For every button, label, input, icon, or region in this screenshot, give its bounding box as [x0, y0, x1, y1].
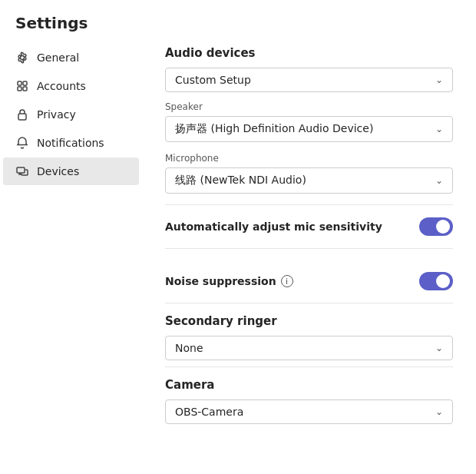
microphone-dropdown[interactable]: 线路 (NewTek NDI Audio) ⌄: [165, 167, 453, 194]
auto-adjust-toggle[interactable]: [419, 217, 453, 236]
svg-rect-3: [18, 87, 21, 91]
svg-rect-6: [17, 167, 25, 173]
audio-devices-dropdown[interactable]: Custom Setup ⌄: [165, 68, 453, 92]
sidebar-item-label-privacy: Privacy: [37, 108, 76, 121]
noise-suppression-toggle[interactable]: [419, 272, 453, 290]
gear-icon: [15, 51, 29, 65]
lock-icon: [15, 108, 29, 121]
svg-rect-1: [18, 81, 21, 85]
sidebar-item-label-devices: Devices: [37, 165, 79, 177]
camera-title: Camera: [165, 378, 453, 392]
secondary-ringer-section: Secondary ringer None ⌄: [165, 314, 453, 360]
main-content: Audio devices Custom Setup ⌄ Speaker 扬声器…: [142, 40, 476, 471]
chevron-down-icon: ⌄: [435, 406, 443, 417]
info-icon[interactable]: i: [281, 275, 293, 287]
secondary-ringer-dropdown[interactable]: None ⌄: [165, 336, 453, 360]
noise-suppression-label: Noise suppression: [165, 275, 276, 287]
microphone-value: 线路 (NewTek NDI Audio): [175, 174, 306, 187]
sidebar-item-label-general: General: [37, 51, 79, 64]
sidebar-item-privacy[interactable]: Privacy: [3, 101, 139, 128]
camera-dropdown[interactable]: OBS-Camera ⌄: [165, 399, 453, 424]
sidebar-item-devices[interactable]: Devices: [3, 157, 139, 185]
camera-value: OBS-Camera: [175, 406, 243, 418]
sidebar: General Accounts Privacy Notifications D: [0, 40, 142, 471]
page-title: Settings: [0, 0, 476, 40]
sidebar-item-general[interactable]: General: [3, 44, 139, 71]
speaker-dropdown[interactable]: 扬声器 (High Definition Audio Device) ⌄: [165, 116, 453, 142]
audio-devices-title: Audio devices: [165, 46, 453, 60]
sidebar-item-notifications[interactable]: Notifications: [3, 129, 139, 157]
svg-point-0: [21, 56, 25, 60]
sidebar-item-label-accounts: Accounts: [37, 80, 86, 92]
chevron-down-icon: ⌄: [435, 75, 443, 85]
audio-devices-value: Custom Setup: [175, 74, 251, 86]
speaker-field-group: Speaker 扬声器 (High Definition Audio Devic…: [165, 101, 453, 142]
devices-icon: [15, 164, 29, 178]
speaker-label: Speaker: [165, 101, 453, 112]
sidebar-item-accounts[interactable]: Accounts: [3, 72, 139, 100]
noise-suppression-row: Noise suppression i: [165, 260, 453, 303]
svg-rect-4: [23, 87, 27, 91]
chevron-down-icon: ⌄: [435, 175, 443, 186]
microphone-field-group: Microphone 线路 (NewTek NDI Audio) ⌄: [165, 153, 453, 194]
auto-adjust-label: Automatically adjust mic sensitivity: [165, 220, 382, 233]
camera-section: Camera OBS-Camera ⌄: [165, 378, 453, 424]
noise-label-wrap: Noise suppression i: [165, 275, 293, 287]
secondary-ringer-value: None: [175, 342, 203, 354]
accounts-icon: [15, 79, 29, 93]
microphone-label: Microphone: [165, 153, 453, 164]
svg-rect-2: [23, 81, 27, 85]
secondary-ringer-title: Secondary ringer: [165, 314, 453, 328]
audio-devices-section: Audio devices Custom Setup ⌄: [165, 46, 453, 92]
auto-adjust-row: Automatically adjust mic sensitivity: [165, 204, 453, 249]
sidebar-item-label-notifications: Notifications: [37, 137, 104, 149]
chevron-down-icon: ⌄: [435, 343, 443, 353]
speaker-value: 扬声器 (High Definition Audio Device): [175, 122, 373, 136]
chevron-down-icon: ⌄: [435, 124, 443, 134]
divider: [165, 366, 453, 367]
svg-rect-5: [18, 114, 26, 120]
bell-icon: [15, 136, 29, 150]
